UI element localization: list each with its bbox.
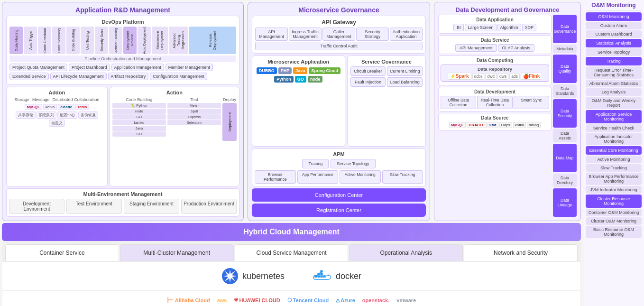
cloud-logo-aws: aws xyxy=(217,297,227,303)
data-standards-label: Data Standards xyxy=(553,84,577,98)
tech-logo: node xyxy=(308,76,323,83)
oam-sidebar: O&M Monitoring O&M Monitoring Custom Ala… xyxy=(583,0,644,306)
mgmt-item[interactable]: Artifact Repository xyxy=(108,73,149,80)
tab-cloud-service[interactable]: Cloud Service Management xyxy=(235,244,349,261)
api-gw-item[interactable]: Caller Management xyxy=(322,28,355,41)
oam-item-active-monitoring[interactable]: Active Monitoring xyxy=(586,156,642,163)
oam-item-log-analysis[interactable]: Log Analysis xyxy=(586,88,642,96)
addon-storage: Storage xyxy=(15,97,30,102)
mgmt-item[interactable]: Member Management xyxy=(166,64,213,71)
pipeline-item: Auto Trigger xyxy=(24,27,37,54)
cb-item: GO xyxy=(112,131,166,137)
data-dev-panel: Data Development and Governance Data App… xyxy=(434,2,581,221)
mgmt-item[interactable]: Configuration Management xyxy=(150,73,207,80)
oam-item-cluster-resource[interactable]: Cluster Resource Monitoring xyxy=(586,195,642,208)
env-prod: Production Environment xyxy=(181,199,237,214)
oam-item-container-oam[interactable]: Container O&M Monitoring xyxy=(586,209,642,216)
api-gw-item[interactable]: Traffic Control Audit xyxy=(255,42,423,50)
tech-logo: Spring Cloud xyxy=(309,67,340,74)
oam-item-app-service-monitoring[interactable]: Application Service Monitoring xyxy=(586,110,642,123)
data-app-item: BI xyxy=(453,24,464,31)
api-gw-item[interactable]: Authentication Application xyxy=(390,28,423,41)
addon-title: Addon xyxy=(9,90,105,95)
api-gw-box: API Gateway API Management Ingress Traff… xyxy=(252,16,426,54)
tab-multi-cluster[interactable]: Multi-Cluster Management xyxy=(120,244,234,261)
data-source: Data Source MySQL ORACLE IBM Odps kafka … xyxy=(438,113,552,130)
pipeline-item: Code Scanning xyxy=(52,27,65,54)
data-security-label: Data Security xyxy=(553,99,577,128)
metadata-label: Metadata xyxy=(553,45,577,53)
oam-item-custom-dashboard[interactable]: Custom Dashboard xyxy=(586,30,642,38)
pipeline-label: Pipeline Orchestration and Management xyxy=(9,56,236,62)
cloud-logo-openstack: openstack. xyxy=(362,297,389,303)
apm-box: APM Tracing Service Topology Browser Per… xyxy=(252,148,426,186)
ds-logo: MySQL xyxy=(449,122,466,128)
ds-logo: IBM xyxy=(488,122,498,128)
oam-item-jvm[interactable]: JVM Indicator Monitoring xyxy=(586,186,642,194)
addon-logo: 备份恢复 xyxy=(78,111,98,119)
test-item: Meter xyxy=(167,103,221,108)
oam-item-oam-monitoring[interactable]: O&M Monitoring xyxy=(586,12,642,21)
oam-item-custom-alarm[interactable]: Custom Alarm xyxy=(586,22,642,29)
reg-center[interactable]: Registration Center xyxy=(252,204,426,217)
api-gw-item[interactable]: Ingress Traffic Management xyxy=(289,28,322,41)
tech-logo: DUBBO xyxy=(257,67,277,74)
oam-item-slow-tracking[interactable]: Slow Tracking xyxy=(586,164,642,172)
addon-logo: redis xyxy=(75,104,89,110)
mgmt-item[interactable]: Project Dashboard xyxy=(69,64,110,71)
addon-panel: Addon Storage Message Distributed Collab… xyxy=(6,87,108,186)
data-computing: Data Computing Data Repository ⚡Spark oc… xyxy=(438,56,552,85)
oam-item-cluster-oam[interactable]: Cluster O&M Monitoring xyxy=(586,217,642,225)
config-center[interactable]: Configuration Center xyxy=(252,188,426,202)
pipeline-item: Middleware Deployment xyxy=(152,27,168,54)
oam-item-tracing[interactable]: Tracing xyxy=(586,57,642,65)
mgmt-item[interactable]: Project Quota Management xyxy=(9,64,67,71)
mgmt-item[interactable]: API Lifecycle Management xyxy=(50,73,107,80)
cb-item: GO xyxy=(112,114,166,120)
multi-env: Multi-Environment Management Development… xyxy=(6,188,239,217)
apm-monitor-item: Active Monitoring xyxy=(340,170,381,184)
devops-title: DevOps Platform xyxy=(9,19,236,25)
docker-logo: docker xyxy=(313,268,361,285)
api-gw-item[interactable]: API Management xyxy=(255,28,288,41)
tech-logo: PHP xyxy=(278,67,292,74)
oam-item-oam-daily[interactable]: O&M Daily and Weekly Report xyxy=(586,97,642,109)
dd-item: Smart Sync xyxy=(514,96,549,109)
svg-rect-7 xyxy=(320,273,322,275)
oam-item-browser-app[interactable]: Browser App Performance Monitoring xyxy=(586,173,642,185)
svg-point-9 xyxy=(328,275,329,276)
data-directory-label: Data Directory xyxy=(553,174,577,187)
svg-rect-8 xyxy=(320,270,322,273)
oam-item-service-topology[interactable]: Service Topology xyxy=(586,48,642,56)
micro-app-title: Microservice Application xyxy=(255,59,342,65)
tab-network-security[interactable]: Network and Security xyxy=(464,244,578,261)
data-development: Data Development Offline Data Collection… xyxy=(438,87,552,111)
cloud-logo-tencent: ⬡ Tencent Cloud xyxy=(287,297,329,303)
svg-rect-4 xyxy=(320,275,322,278)
multi-env-title: Multi-Environment Management xyxy=(9,191,237,197)
oam-item-essential-core[interactable]: Essential Core Monitoring xyxy=(586,146,642,155)
k8s-logo: kubernetes xyxy=(221,268,285,285)
mgmt-item[interactable]: Extended Service xyxy=(9,73,49,80)
svg-point-1 xyxy=(228,274,232,278)
test-item: Express xyxy=(167,114,221,120)
tab-operational[interactable]: Operational Analysis xyxy=(349,244,463,261)
data-repo-title: Data Repository xyxy=(442,66,547,72)
mgmt-item[interactable]: Application Management xyxy=(111,64,164,71)
docker-icon xyxy=(313,269,332,283)
test-item: Jquit xyxy=(167,109,221,114)
flink-logo: 🍎Flink xyxy=(521,73,542,80)
svc-gov-box: Service Governance Circuit Breaker Curre… xyxy=(347,56,426,147)
addon-logo: elastic xyxy=(58,104,74,110)
oam-item-app-indicator[interactable]: Application Indicator Monitoring xyxy=(586,133,642,145)
tab-container-service[interactable]: Container Service xyxy=(5,244,119,261)
api-gw-item[interactable]: Security Strategy xyxy=(356,28,389,41)
cb-item: node xyxy=(112,109,166,114)
ds-logo: kafka xyxy=(513,122,526,128)
oam-item-request-error[interactable]: Request Error Time-Consuming Statistics xyxy=(586,66,642,79)
oam-item-basic-resource[interactable]: Basic Resource O&M Monitoring xyxy=(586,226,642,238)
oam-item-service-health[interactable]: Service Health Check xyxy=(586,124,642,132)
oam-item-statistical-analysis[interactable]: Statistical Analysis xyxy=(586,39,642,47)
data-app-item: Algorithm xyxy=(497,24,521,31)
oam-item-abnormal-alarm[interactable]: Abnormal Alarm Statistics xyxy=(586,80,642,87)
